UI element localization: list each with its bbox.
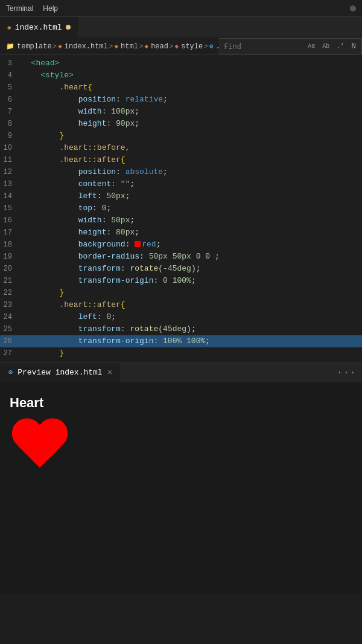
token-punct: ;	[163, 95, 168, 104]
token-prop: transform-origin	[78, 276, 154, 285]
preview-tab-icon: ⊙	[8, 368, 13, 377]
line-content: .heart::after{	[22, 299, 125, 311]
token-indent2	[22, 107, 78, 116]
line-content: .heart::before,	[22, 142, 130, 154]
preview-close-icon[interactable]: ×	[107, 368, 112, 378]
token-brace: }	[59, 288, 64, 297]
line-number: 12	[0, 166, 22, 178]
token-value-kw: relative	[125, 95, 163, 104]
line-number: 18	[0, 239, 22, 251]
token-indent2	[22, 204, 78, 213]
token-colon: :	[125, 240, 135, 249]
token-selector: .heart	[59, 83, 87, 92]
line-number: 7	[0, 106, 22, 118]
preview-title: Heart	[10, 395, 352, 411]
find-input[interactable]	[224, 42, 302, 51]
token-prop: height	[78, 119, 107, 128]
window-dot	[350, 5, 356, 11]
token-colon: :	[102, 216, 112, 225]
token-selector: .heart::after	[59, 300, 120, 309]
code-editor: 3 <head>4 <style>5 .heart{6 position: re…	[0, 55, 362, 362]
token-colon: :	[139, 252, 149, 261]
line-number: 25	[0, 323, 22, 335]
token-indent2	[22, 312, 78, 321]
code-line-21: 21 transform-origin: 0 100%;	[0, 275, 362, 287]
token-colon: :	[106, 119, 116, 128]
token-indent2	[22, 216, 78, 225]
token-indent2	[22, 119, 78, 128]
find-no[interactable]: N	[349, 41, 358, 51]
bc-style-label: style	[181, 42, 203, 51]
code-line-24: 24 left: 0;	[0, 311, 362, 323]
token-indent2	[22, 349, 59, 358]
menu-help[interactable]: Help	[43, 4, 58, 13]
bc-indexhtml-label: index.html	[65, 42, 108, 51]
token-colon: :	[121, 264, 130, 273]
code-line-4: 4 <style>	[0, 69, 362, 82]
bc-head: ◈ head	[145, 42, 168, 51]
token-prop: border-radius	[78, 252, 139, 261]
more-options-button[interactable]: ···	[331, 367, 362, 379]
token-brace: {	[87, 83, 92, 92]
token-punct: ;	[130, 216, 135, 225]
code-line-11: 11 .heart::after{	[0, 154, 362, 166]
line-number: 20	[0, 263, 22, 275]
token-prop: content	[78, 179, 112, 188]
tab-filename: index.html	[15, 23, 62, 32]
heart-container	[10, 419, 70, 474]
token-prop: position	[78, 95, 116, 104]
token-punct: ;	[125, 192, 130, 201]
token-brace: }	[59, 349, 64, 358]
code-line-15: 15 top: 0;	[0, 202, 362, 214]
token-value-kw: absolute	[125, 167, 163, 176]
line-content: height: 90px;	[22, 118, 139, 130]
find-match-case[interactable]: Aa	[306, 42, 317, 50]
line-number: 19	[0, 251, 22, 263]
code-line-26: 26 transform-origin: 100% 100%;	[0, 335, 362, 347]
line-number: 8	[0, 118, 22, 130]
token-punct: ;	[106, 204, 111, 213]
token-indent2	[22, 83, 59, 92]
token-colon: :	[153, 336, 163, 346]
token-indent2	[22, 179, 78, 188]
find-regex[interactable]: .*	[335, 42, 346, 50]
token-colon: :	[97, 312, 107, 321]
code-line-7: 7 width: 100px;	[0, 106, 362, 118]
token-prop: height	[78, 228, 107, 237]
line-content: position: relative;	[22, 94, 168, 106]
line-number: 15	[0, 202, 22, 214]
code-line-10: 10 .heart::before,	[0, 142, 362, 154]
token-indent2	[22, 252, 78, 261]
line-content: .heart{	[22, 82, 92, 94]
find-whole-word[interactable]: Ab	[320, 42, 331, 50]
line-content: background: red;	[22, 239, 160, 251]
line-number: 16	[0, 214, 22, 227]
token-punct: );	[186, 324, 196, 333]
line-content: height: 80px;	[22, 227, 139, 239]
token-prop: left	[78, 192, 97, 201]
menu-bar: Terminal Help	[0, 0, 362, 17]
preview-tab[interactable]: ⊙ Preview index.html ×	[0, 362, 121, 382]
css-icon: ◈	[175, 42, 179, 50]
editor-tab[interactable]: ◈ index.html	[0, 17, 78, 37]
code-line-22: 22 }	[0, 287, 362, 299]
token-indent2	[22, 131, 59, 140]
line-number: 23	[0, 299, 22, 311]
token-prop: background	[78, 240, 125, 249]
token-value-num: 0 100%	[163, 276, 191, 285]
token-indent2	[22, 192, 78, 201]
line-content: .heart::after{	[22, 154, 125, 166]
code-line-27: 27 }	[0, 347, 362, 359]
line-number: 22	[0, 287, 22, 299]
token-indent2	[22, 59, 31, 68]
token-value-kw: red	[142, 240, 156, 249]
code-line-19: 19 border-radius: 50px 50px 0 0 ;	[0, 251, 362, 263]
token-brace: {	[121, 155, 125, 164]
line-number: 17	[0, 227, 22, 239]
menu-terminal[interactable]: Terminal	[6, 4, 33, 13]
token-punct: ;	[135, 228, 139, 237]
bc-html: ◈ html	[114, 42, 138, 51]
find-box[interactable]: Aa Ab .* N	[220, 38, 362, 54]
line-content: position: absolute;	[22, 166, 168, 178]
token-indent2	[22, 264, 78, 273]
